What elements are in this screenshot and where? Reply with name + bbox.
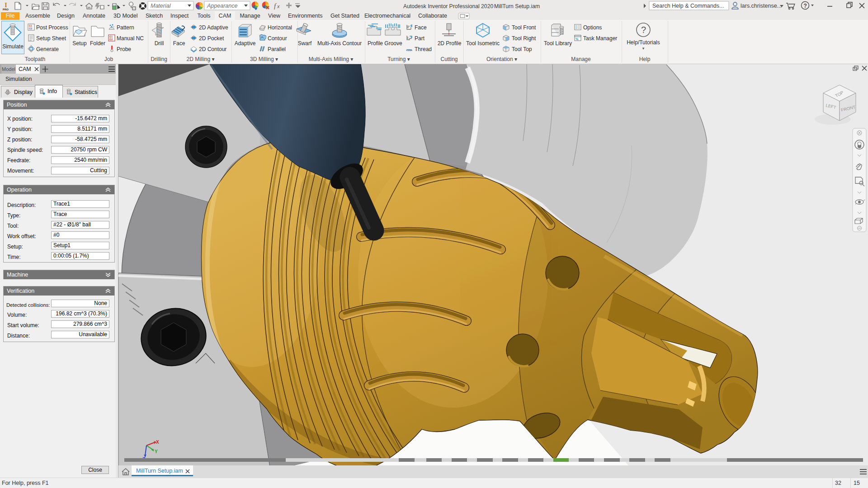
svg-text:Search Help & Commands...: Search Help & Commands... (652, 3, 724, 9)
svg-text:G2: G2 (29, 27, 32, 30)
svg-text:Autodesk Inventor Professional: Autodesk Inventor Professional 2020 (403, 3, 493, 9)
svg-text:?: ? (804, 3, 807, 9)
svg-text:%: % (576, 38, 579, 41)
svg-text:G2: G2 (109, 38, 113, 41)
svg-text:Appearance: Appearance (207, 3, 237, 9)
svg-text:lars.christense...: lars.christense... (741, 3, 782, 9)
svg-text:f: f (274, 2, 277, 9)
svg-text:I: I (5, 1, 7, 9)
svg-text:Material: Material (151, 3, 171, 9)
svg-text:X: X (156, 440, 159, 445)
svg-text:PRO: PRO (3, 8, 9, 11)
svg-text:MillTurn Setup.iam: MillTurn Setup.iam (494, 3, 540, 9)
svg-text:?: ? (641, 25, 646, 35)
svg-text:Y: Y (155, 449, 158, 454)
svg-text:x: x (277, 4, 280, 9)
